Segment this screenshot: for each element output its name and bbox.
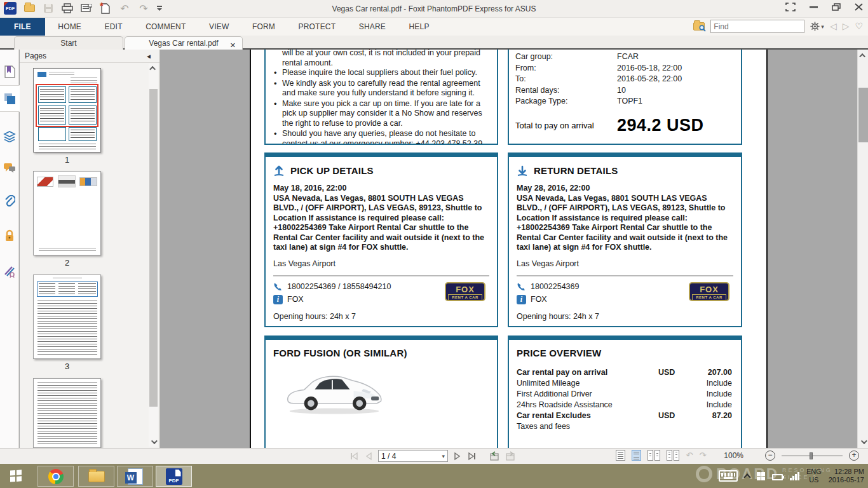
menu-form[interactable]: FORM xyxy=(242,18,285,36)
page-thumbnail-1[interactable] xyxy=(33,68,101,152)
page-number-combo[interactable]: 1 / 4 ▾ xyxy=(378,450,448,462)
next-page-icon[interactable] xyxy=(453,452,461,461)
tray-expand-icon[interactable] xyxy=(744,473,751,480)
scroll-down-icon[interactable] xyxy=(149,437,158,447)
page-number-label: 2 xyxy=(33,258,101,268)
signature-panel-icon[interactable] xyxy=(0,258,19,285)
next-view-icon[interactable] xyxy=(505,451,516,461)
network-signal-icon[interactable] xyxy=(790,471,799,480)
find-options[interactable]: ▾ xyxy=(810,22,824,31)
comments-panel-icon[interactable] xyxy=(0,155,19,182)
menu-edit[interactable]: EDIT xyxy=(95,18,133,36)
find-next-icon[interactable]: ▷ xyxy=(843,20,850,33)
find-input[interactable] xyxy=(711,22,815,31)
layers-panel-icon[interactable] xyxy=(0,123,19,150)
pages-panel-scrollbar[interactable] xyxy=(149,64,158,447)
page-thumbnail-4[interactable] xyxy=(33,378,101,448)
taskbar-foxit-button[interactable]: PDF xyxy=(156,466,192,487)
facing-view-icon[interactable] xyxy=(648,450,660,461)
price-label: Car rental pay on arrival xyxy=(517,367,658,378)
booking-summary-box: Car group:FCAR From:2016-05-18, 22:00 To… xyxy=(508,50,742,145)
first-page-icon[interactable] xyxy=(349,452,360,461)
open-file-icon[interactable] xyxy=(23,2,36,15)
pickup-datetime: May 18, 2016, 22:00 xyxy=(273,184,489,194)
close-icon[interactable] xyxy=(855,3,863,11)
taskbar-explorer-button[interactable] xyxy=(78,466,114,487)
taskbar-chrome-button[interactable] xyxy=(37,466,74,487)
scroll-up-icon[interactable] xyxy=(149,64,158,73)
continuous-view-icon[interactable] xyxy=(632,450,641,461)
save-icon[interactable] xyxy=(42,2,55,15)
toolbar-customize-dropdown-icon[interactable] xyxy=(156,2,163,15)
start-button[interactable] xyxy=(0,464,32,488)
restore-icon[interactable] xyxy=(832,3,841,11)
touch-keyboard-icon[interactable] xyxy=(719,470,738,482)
menu-home[interactable]: HOME xyxy=(48,18,92,36)
rotate-right-icon[interactable]: ↷ xyxy=(699,451,706,460)
page-thumbnail-2[interactable] xyxy=(33,171,101,255)
find-cluster: ▾ ◁ ▷ ♡ xyxy=(693,20,863,33)
pickup-title: PICK UP DETAILS xyxy=(290,165,374,176)
security-panel-icon[interactable] xyxy=(0,222,19,249)
menu-share[interactable]: SHARE xyxy=(349,18,396,36)
taskbar-word-button[interactable]: W xyxy=(117,466,153,487)
fox-logo-text: FOX xyxy=(690,285,728,294)
pages-panel-icon[interactable] xyxy=(0,85,20,112)
scroll-up-icon[interactable] xyxy=(858,51,868,60)
search-folder-icon[interactable] xyxy=(693,22,705,30)
zoom-out-icon[interactable]: − xyxy=(765,451,775,461)
pages-scrollbar-thumb[interactable] xyxy=(149,89,158,407)
tab-start[interactable]: Start xyxy=(14,36,123,50)
menu-view[interactable]: VIEW xyxy=(199,18,239,36)
last-page-icon[interactable] xyxy=(466,452,477,461)
tab-vegas-car-rental[interactable]: Vegas Car rental.pdf ✕ xyxy=(125,36,243,50)
fullscreen-icon[interactable] xyxy=(785,3,796,11)
phone-icon xyxy=(517,282,526,292)
zoom-in-icon[interactable]: + xyxy=(849,451,859,461)
attachments-panel-icon[interactable] xyxy=(0,188,19,215)
minimize-icon[interactable] xyxy=(810,4,818,10)
price-value: Include xyxy=(696,389,741,400)
price-value: Include xyxy=(696,400,741,410)
menu-help[interactable]: HELP xyxy=(398,18,439,36)
foxit-pdf-icon: PDF xyxy=(166,468,182,485)
summary-value: FCAR xyxy=(617,52,639,62)
page-combo-dropdown-icon[interactable]: ▾ xyxy=(442,453,445,459)
zoom-slider-thumb[interactable] xyxy=(810,452,813,459)
language-code: ENG xyxy=(806,468,822,476)
menu-file[interactable]: FILE xyxy=(0,18,45,36)
new-document-icon[interactable]: * xyxy=(99,2,112,15)
document-viewport[interactable]: will be at your own cost, it is not incl… xyxy=(161,50,868,448)
single-page-view-icon[interactable] xyxy=(616,450,625,461)
find-previous-icon[interactable]: ◁ xyxy=(830,20,837,33)
rotate-left-icon[interactable]: ↶ xyxy=(686,451,693,460)
app-logo-icon[interactable]: PDF xyxy=(4,2,17,15)
document-scrollbar[interactable] xyxy=(857,50,868,448)
taskbar-clock[interactable]: 12:28 PM 2016-05-17 xyxy=(829,468,864,484)
previous-page-icon[interactable] xyxy=(365,452,373,461)
language-indicator[interactable]: ENG US xyxy=(806,468,822,484)
summary-label: To: xyxy=(515,74,617,85)
undo-icon[interactable]: ↶ xyxy=(118,2,131,15)
redo-icon[interactable]: ↷ xyxy=(137,2,150,15)
print-icon[interactable] xyxy=(61,2,74,15)
battery-icon[interactable] xyxy=(772,474,783,480)
continuous-facing-view-icon[interactable] xyxy=(667,450,679,461)
previous-view-icon[interactable] xyxy=(489,451,500,461)
action-center-icon[interactable] xyxy=(757,472,765,480)
document-scrollbar-thumb[interactable] xyxy=(858,88,868,142)
bookmarks-panel-icon[interactable] xyxy=(0,58,19,85)
collapse-panel-icon[interactable]: ◄ xyxy=(146,50,152,63)
summary-value: 10 xyxy=(617,86,626,96)
scroll-down-icon[interactable] xyxy=(858,437,868,447)
email-icon[interactable] xyxy=(80,2,93,15)
chrome-icon xyxy=(48,469,64,484)
menu-comment[interactable]: COMMENT xyxy=(135,18,196,36)
fox-rent-a-car-logo: FOX RENT A CAR xyxy=(689,282,729,301)
zoom-slider[interactable] xyxy=(782,451,843,461)
menu-protect[interactable]: PROTECT xyxy=(288,18,346,36)
price-currency xyxy=(658,400,696,410)
heart-icon[interactable]: ♡ xyxy=(855,20,863,33)
page-thumbnail-3[interactable] xyxy=(33,274,101,359)
price-label: Car rental Excludes xyxy=(517,410,658,421)
